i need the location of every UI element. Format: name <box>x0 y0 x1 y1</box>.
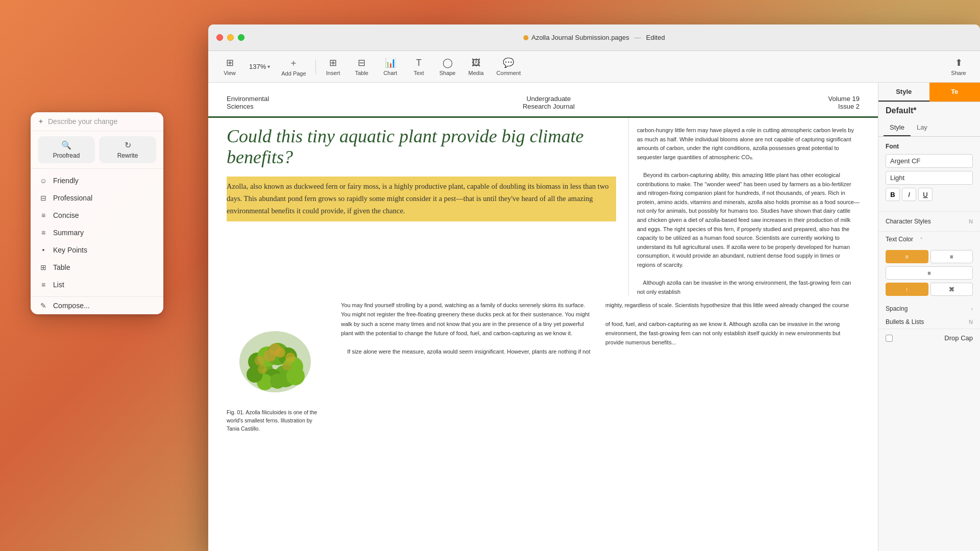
writing-tools-items: ☺ Friendly ⊟ Professional ≡ Concise ≡ Su… <box>31 169 163 296</box>
chart-icon: 📊 <box>385 57 396 68</box>
media-icon: 🖼 <box>472 58 481 68</box>
journal-name-center: UndergraduateResearch Journal <box>523 95 575 110</box>
font-name-field[interactable]: Argent CF <box>886 154 973 168</box>
file-icon <box>523 35 528 40</box>
toolbar: ⊞ View 137% ▾ ＋ Add Page ⊞ Insert ⊟ Tabl… <box>208 51 980 83</box>
table-item[interactable]: ⊞ Table <box>31 259 163 276</box>
key-points-item[interactable]: • Key Points <box>31 241 163 259</box>
table-icon: ⊞ <box>39 263 48 271</box>
close-button[interactable] <box>216 34 223 41</box>
share-label: Share <box>951 70 966 76</box>
sub-tab-style[interactable]: Style <box>884 119 911 136</box>
font-weight-field[interactable]: Light <box>886 171 973 185</box>
friendly-item[interactable]: ☺ Friendly <box>31 172 163 189</box>
article-left: Could this tiny aquatic plant provide bi… <box>227 118 628 296</box>
drop-cap-checkbox[interactable] <box>886 335 893 342</box>
summary-item[interactable]: ≡ Summary <box>31 224 163 241</box>
format-buttons: B I U <box>886 188 973 201</box>
view-icon: ⊞ <box>226 57 234 68</box>
add-page-icon: ＋ <box>289 57 298 69</box>
concise-item[interactable]: ≡ Concise <box>31 207 163 224</box>
style-layout-tabs: Style Lay <box>878 119 980 137</box>
view-label: View <box>224 70 236 76</box>
title-bar: Azolla Journal Submission.pages — Edited <box>208 24 980 51</box>
text-color-row[interactable]: Text Color ⌃ <box>878 232 980 247</box>
journal-header: EnvironmentalSciences UndergraduateResea… <box>208 83 878 118</box>
table-button[interactable]: ⊟ Table <box>349 54 375 79</box>
describe-change-input[interactable] <box>48 117 156 126</box>
rewrite-icon: ↻ <box>125 140 131 150</box>
insert-label: Insert <box>326 70 340 76</box>
spacing-row[interactable]: Spacing › <box>878 302 980 315</box>
italic-button[interactable]: I <box>902 188 916 201</box>
maximize-button[interactable] <box>238 34 244 41</box>
key-points-icon: • <box>39 246 48 254</box>
zoom-button[interactable]: 137% ▾ <box>245 61 274 72</box>
default-label: Default* <box>886 106 916 115</box>
article-right: carbon-hungry little fern may have playe… <box>628 118 860 296</box>
text-label: Text <box>413 70 424 76</box>
align-row-3: ↑ ⌘ <box>886 283 973 296</box>
compose-label: Compose... <box>53 302 90 310</box>
char-styles-section: Character Styles N <box>878 212 980 232</box>
compose-icon: ✎ <box>39 302 48 310</box>
article-content: Could this tiny aquatic plant provide bi… <box>208 118 878 296</box>
bold-button[interactable]: B <box>886 188 900 201</box>
list-item[interactable]: ≡ List <box>31 276 163 293</box>
tab-style[interactable]: Style <box>878 83 929 102</box>
align-right-button[interactable]: ≡ <box>930 250 973 263</box>
friendly-label: Friendly <box>53 177 79 185</box>
separator <box>315 60 316 74</box>
align-left-button[interactable]: ≡ <box>886 250 928 263</box>
fig-caption: Fig. 01. Azolla filiculoides is one of t… <box>227 409 318 433</box>
chart-button[interactable]: 📊 Chart <box>377 54 404 79</box>
spacing-chevron-icon: › <box>971 306 973 312</box>
professional-item[interactable]: ⊟ Professional <box>31 189 163 207</box>
minimize-button[interactable] <box>227 34 234 41</box>
writing-tools-panel: ✦ 🔍 Proofread ↻ Rewrite ☺ Friendly ⊟ Pro… <box>31 112 163 314</box>
underline-button[interactable]: U <box>918 188 933 201</box>
add-page-button[interactable]: ＋ Add Page <box>276 54 311 80</box>
table-icon: ⊟ <box>358 57 365 68</box>
edited-label: Edited <box>646 34 665 41</box>
share-button[interactable]: ⬆ Share <box>945 54 972 79</box>
insert-button[interactable]: ⊞ Insert <box>320 54 347 79</box>
tab-text[interactable]: Te <box>929 83 981 102</box>
text-color-chevron-icon: ⌃ <box>919 237 923 242</box>
list-icon: ≡ <box>39 281 48 289</box>
view-button[interactable]: ⊞ View <box>216 54 243 79</box>
shape-icon: ◯ <box>443 57 453 68</box>
text-icon: T <box>416 58 422 68</box>
proofread-button[interactable]: 🔍 Proofread <box>38 136 95 163</box>
compose-item[interactable]: ✎ Compose... <box>31 296 163 314</box>
insert-icon: ⊞ <box>329 57 337 68</box>
friendly-icon: ☺ <box>39 177 48 185</box>
page-container: EnvironmentalSciences UndergraduateResea… <box>208 83 878 551</box>
drop-cap-row: Drop Cap <box>878 329 980 347</box>
bullets-row[interactable]: Bullets & Lists N <box>878 315 980 329</box>
journal-name-left: EnvironmentalSciences <box>227 95 269 110</box>
shape-button[interactable]: ◯ Shape <box>434 54 461 79</box>
concise-icon: ≡ <box>39 211 48 219</box>
sparkle-icon: ✦ <box>38 117 44 126</box>
panel-tabs: Style Te <box>878 83 980 102</box>
alignment-section: ≡ ≡ ≡ ↑ ⌘ <box>878 247 980 302</box>
align-indent-button[interactable]: ≡ <box>886 266 973 280</box>
text-button[interactable]: T Text <box>406 55 432 79</box>
align-up-button[interactable]: ↑ <box>886 283 928 296</box>
key-points-label: Key Points <box>53 246 87 254</box>
media-button[interactable]: 🖼 Media <box>463 55 489 79</box>
rewrite-button[interactable]: ↻ Rewrite <box>99 136 156 163</box>
align-other-button[interactable]: ⌘ <box>930 283 973 296</box>
writing-tools-search: ✦ <box>31 112 163 131</box>
char-styles-label: Character Styles <box>886 218 931 225</box>
font-label: Font <box>886 143 973 150</box>
bottom-section: Fig. 01. Azolla filiculoides is one of t… <box>208 300 878 433</box>
sub-tab-layout[interactable]: Lay <box>911 119 934 136</box>
text-color-label: Text Color <box>886 236 913 243</box>
align-row-2: ≡ <box>886 266 973 280</box>
spacing-label: Spacing <box>886 305 908 312</box>
comment-button[interactable]: 💬 Comment <box>492 54 526 79</box>
svg-point-19 <box>282 361 291 370</box>
traffic-lights[interactable] <box>216 34 244 41</box>
